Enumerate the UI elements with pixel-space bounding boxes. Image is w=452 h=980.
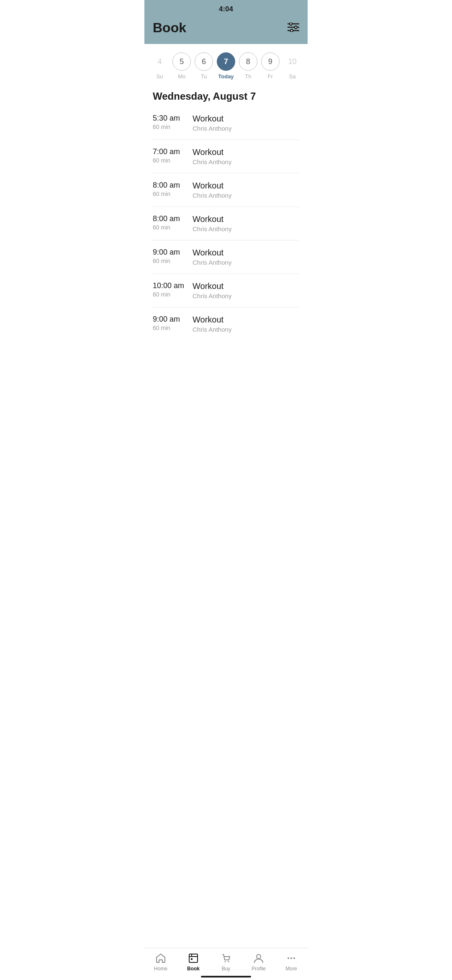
calendar-day-5[interactable]: 5Mo [172, 52, 192, 80]
table-row[interactable]: 7:00 am60 minWorkoutChris Anthony [153, 140, 299, 173]
table-row[interactable]: 9:00 am60 minWorkoutChris Anthony [153, 307, 299, 340]
table-row[interactable]: 8:00 am60 minWorkoutChris Anthony [153, 173, 299, 207]
main-content: 4Su5Mo6Tu7Today8Th9Fr10Sa Wednesday, Aug… [144, 44, 308, 378]
class-duration-6: 60 min [153, 325, 188, 331]
class-info-0: WorkoutChris Anthony [193, 114, 299, 132]
instructor-name-1: Chris Anthony [193, 158, 299, 165]
time-block-3: 8:00 am60 min [153, 214, 193, 231]
table-row[interactable]: 10:00 am60 minWorkoutChris Anthony [153, 274, 299, 307]
schedule-list: 5:30 am60 minWorkoutChris Anthony7:00 am… [144, 106, 308, 340]
time-block-2: 8:00 am60 min [153, 181, 193, 197]
filter-button[interactable] [288, 23, 299, 34]
header: Book [144, 17, 308, 44]
class-duration-4: 60 min [153, 258, 188, 264]
day-label-6: Tu [201, 73, 207, 80]
class-time-1: 7:00 am [153, 147, 188, 156]
class-duration-3: 60 min [153, 224, 188, 231]
day-label-4: Su [156, 73, 163, 80]
class-info-5: WorkoutChris Anthony [193, 281, 299, 299]
instructor-name-3: Chris Anthony [193, 225, 299, 232]
calendar-day-9[interactable]: 9Fr [260, 52, 280, 80]
class-time-3: 8:00 am [153, 214, 188, 223]
class-duration-1: 60 min [153, 157, 188, 164]
table-row[interactable]: 5:30 am60 minWorkoutChris Anthony [153, 106, 299, 140]
day-label-8: Th [245, 73, 251, 80]
table-row[interactable]: 9:00 am60 minWorkoutChris Anthony [153, 240, 299, 274]
time-block-0: 5:30 am60 min [153, 114, 193, 130]
day-label-10: Sa [289, 73, 296, 80]
class-duration-5: 60 min [153, 291, 188, 298]
calendar-day-8[interactable]: 8Th [238, 52, 258, 80]
class-info-2: WorkoutChris Anthony [193, 181, 299, 199]
day-label-5: Mo [178, 73, 185, 80]
class-info-3: WorkoutChris Anthony [193, 214, 299, 232]
time-block-4: 9:00 am60 min [153, 248, 193, 264]
class-name-3: Workout [193, 214, 299, 224]
status-time: 4:04 [219, 5, 233, 13]
day-label-9: Fr [268, 73, 273, 80]
day-number-4: 4 [150, 52, 169, 71]
class-name-4: Workout [193, 248, 299, 258]
table-row[interactable]: 8:00 am60 minWorkoutChris Anthony [153, 207, 299, 240]
day-number-5: 5 [172, 52, 191, 71]
instructor-name-6: Chris Anthony [193, 326, 299, 333]
day-number-10: 10 [283, 52, 301, 71]
day-number-8: 8 [239, 52, 257, 71]
time-block-5: 10:00 am60 min [153, 281, 193, 298]
calendar-day-7[interactable]: 7Today [216, 52, 236, 80]
class-time-0: 5:30 am [153, 114, 188, 123]
class-name-5: Workout [193, 281, 299, 291]
time-block-1: 7:00 am60 min [153, 147, 193, 164]
class-name-6: Workout [193, 315, 299, 325]
day-label-7: Today [218, 73, 234, 80]
instructor-name-4: Chris Anthony [193, 259, 299, 266]
class-time-4: 9:00 am [153, 248, 188, 257]
day-number-7: 7 [217, 52, 235, 71]
instructor-name-2: Chris Anthony [193, 192, 299, 199]
page-title: Book [153, 20, 186, 36]
class-info-6: WorkoutChris Anthony [193, 315, 299, 333]
instructor-name-5: Chris Anthony [193, 292, 299, 299]
svg-point-5 [290, 29, 293, 32]
day-number-6: 6 [195, 52, 213, 71]
svg-point-1 [290, 23, 292, 25]
calendar-strip: 4Su5Mo6Tu7Today8Th9Fr10Sa [144, 44, 308, 84]
class-name-2: Workout [193, 181, 299, 191]
calendar-day-6[interactable]: 6Tu [194, 52, 214, 80]
status-bar: 4:04 [144, 0, 308, 17]
class-duration-2: 60 min [153, 191, 188, 197]
class-time-5: 10:00 am [153, 281, 188, 290]
svg-point-3 [295, 26, 297, 28]
class-info-1: WorkoutChris Anthony [193, 147, 299, 165]
filter-icon [288, 23, 299, 32]
time-block-6: 9:00 am60 min [153, 315, 193, 331]
instructor-name-0: Chris Anthony [193, 125, 299, 132]
class-name-0: Workout [193, 114, 299, 124]
calendar-day-10[interactable]: 10Sa [282, 52, 302, 80]
class-info-4: WorkoutChris Anthony [193, 248, 299, 266]
class-time-2: 8:00 am [153, 181, 188, 190]
class-time-6: 9:00 am [153, 315, 188, 324]
day-number-9: 9 [261, 52, 280, 71]
date-heading: Wednesday, August 7 [144, 84, 308, 106]
calendar-day-4[interactable]: 4Su [149, 52, 170, 80]
class-name-1: Workout [193, 147, 299, 157]
class-duration-0: 60 min [153, 124, 188, 130]
